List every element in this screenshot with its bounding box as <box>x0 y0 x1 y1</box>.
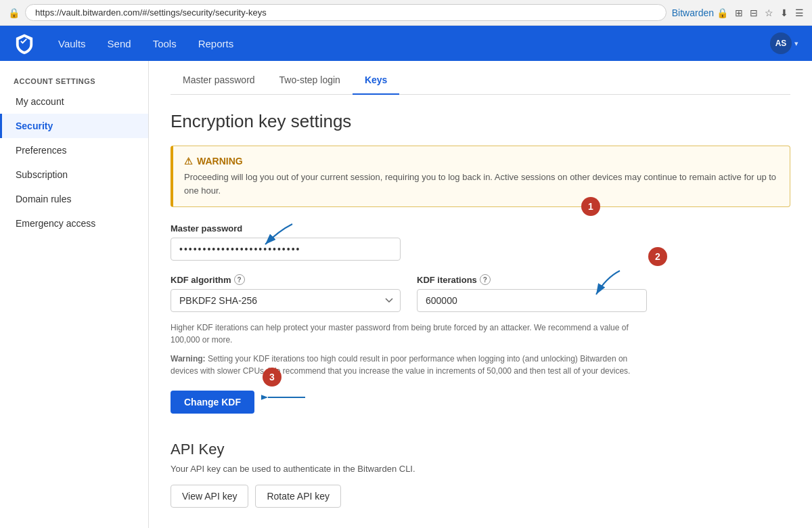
warning-text: Proceeding will log you out of your curr… <box>184 171 779 197</box>
navbar: Vaults Send Tools Reports AS ▾ <box>0 26 812 61</box>
kdf-warning-strong: Warning: <box>171 354 206 364</box>
sidebar-item-domain-rules[interactable]: Domain rules <box>0 187 148 211</box>
sidebar-item-security[interactable]: Security <box>0 114 148 138</box>
nav-send[interactable]: Send <box>98 34 141 53</box>
main-content: Master password Two-step login Keys Encr… <box>149 61 812 528</box>
tab-two-step-login[interactable]: Two-step login <box>267 66 353 95</box>
sidebar-item-my-account[interactable]: My account <box>0 89 148 114</box>
change-kdf-wrap: Change KDF 3 <box>171 377 254 414</box>
annotation-badge-3: 3 <box>263 368 281 387</box>
password-field-wrap <box>171 238 401 261</box>
kdf-algorithm-select[interactable]: PBKDF2 SHA-256 Argon2id <box>171 289 401 312</box>
kdf-iterations-input[interactable] <box>417 289 647 312</box>
avatar-chevron: ▾ <box>794 39 798 48</box>
arrow-3 <box>261 384 309 411</box>
api-key-section: API Key Your API key can be used to auth… <box>171 441 790 508</box>
sidebar-label-subscription: Subscription <box>16 169 68 180</box>
kdf-algorithm-select-wrap: PBKDF2 SHA-256 Argon2id <box>171 289 401 312</box>
bitwarden-extension: Bitwarden 🔒 <box>672 7 728 18</box>
download-icon[interactable]: ⬇ <box>780 7 788 18</box>
warning-box: ⚠ WARNING Proceeding will log you out of… <box>171 146 790 207</box>
page-title: Encryption key settings <box>171 111 790 132</box>
api-key-title: API Key <box>171 441 790 458</box>
annotation-badge-2: 2 <box>648 247 667 266</box>
sidebar-label-my-account: My account <box>16 96 64 107</box>
nav-tools[interactable]: Tools <box>143 34 186 53</box>
nav-reports[interactable]: Reports <box>189 34 244 53</box>
sidebar-section-title: ACCOUNT SETTINGS <box>0 72 148 89</box>
sidebar-label-domain-rules: Domain rules <box>16 194 71 204</box>
api-key-buttons: View API key Rotate API key <box>171 485 790 508</box>
kdf-algorithm-label: KDF algorithm ? <box>171 274 401 285</box>
tab-keys[interactable]: Keys <box>353 66 399 95</box>
kdf-warning-text: Warning: Setting your KDF iterations too… <box>171 353 644 377</box>
kdf-iterations-group: KDF iterations ? 2 <box>417 274 647 312</box>
change-kdf-button[interactable]: Change KDF <box>171 391 254 414</box>
nav-vaults[interactable]: Vaults <box>49 34 95 53</box>
sidebar-label-security: Security <box>16 120 53 131</box>
reading-list-icon[interactable]: ☰ <box>795 7 804 18</box>
sidebar-item-preferences[interactable]: Preferences <box>0 138 148 162</box>
warning-title: ⚠ WARNING <box>184 156 779 167</box>
sidebar: ACCOUNT SETTINGS My account Security Pre… <box>0 61 149 528</box>
view-api-key-button[interactable]: View API key <box>171 485 248 508</box>
kdf-warning-content: Setting your KDF iterations too high cou… <box>171 354 630 376</box>
browser-bar: 🔒 https://vault.bitwarden.com/#/settings… <box>0 0 812 26</box>
grid-icon[interactable]: ⊞ <box>735 7 743 18</box>
nav-links: Vaults Send Tools Reports <box>49 34 770 53</box>
sidebar-item-subscription[interactable]: Subscription <box>0 162 148 187</box>
user-avatar-wrap[interactable]: AS ▾ <box>770 32 798 54</box>
user-avatar: AS <box>770 32 792 54</box>
master-password-section: Master password <box>171 223 790 261</box>
browser-actions: Bitwarden 🔒 ⊞ ⊟ ☆ ⬇ ☰ <box>672 7 804 18</box>
warning-icon: ⚠ <box>184 156 193 167</box>
page-layout: ACCOUNT SETTINGS My account Security Pre… <box>0 61 812 528</box>
rotate-api-key-button[interactable]: Rotate API key <box>255 485 341 508</box>
sidebar-label-preferences: Preferences <box>16 145 66 156</box>
kdf-help-text: Higher KDF iterations can help protect y… <box>171 322 644 346</box>
qr-icon[interactable]: ⊟ <box>750 7 758 18</box>
extension-icon: 🔒 <box>717 7 728 18</box>
kdf-iterations-label: KDF iterations ? <box>417 274 647 285</box>
master-password-input[interactable] <box>171 238 401 261</box>
url-bar[interactable]: https://vault.bitwarden.com/#/settings/s… <box>25 4 667 21</box>
browser-nav-icons: 🔒 <box>8 7 20 18</box>
master-password-label: Master password <box>171 223 790 234</box>
star-icon[interactable]: ☆ <box>765 7 773 18</box>
kdf-iterations-help-icon[interactable]: ? <box>480 274 491 285</box>
kdf-section: KDF algorithm ? PBKDF2 SHA-256 Argon2id … <box>171 274 790 312</box>
api-key-description: Your API key can be used to authenticate… <box>171 464 790 474</box>
url-text: https://vault.bitwarden.com/#/settings/s… <box>35 7 267 18</box>
kdf-algorithm-group: KDF algorithm ? PBKDF2 SHA-256 Argon2id <box>171 274 401 312</box>
tabs: Master password Two-step login Keys <box>171 61 790 95</box>
sidebar-label-emergency-access: Emergency access <box>16 218 95 229</box>
lock-icon: 🔒 <box>8 7 20 18</box>
kdf-algorithm-help-icon[interactable]: ? <box>234 274 245 285</box>
warning-label: WARNING <box>197 156 243 167</box>
annotation-badge-1: 1 <box>581 197 600 216</box>
tab-master-password[interactable]: Master password <box>171 66 267 95</box>
sidebar-item-emergency-access[interactable]: Emergency access <box>0 211 148 236</box>
navbar-logo[interactable] <box>14 32 35 54</box>
